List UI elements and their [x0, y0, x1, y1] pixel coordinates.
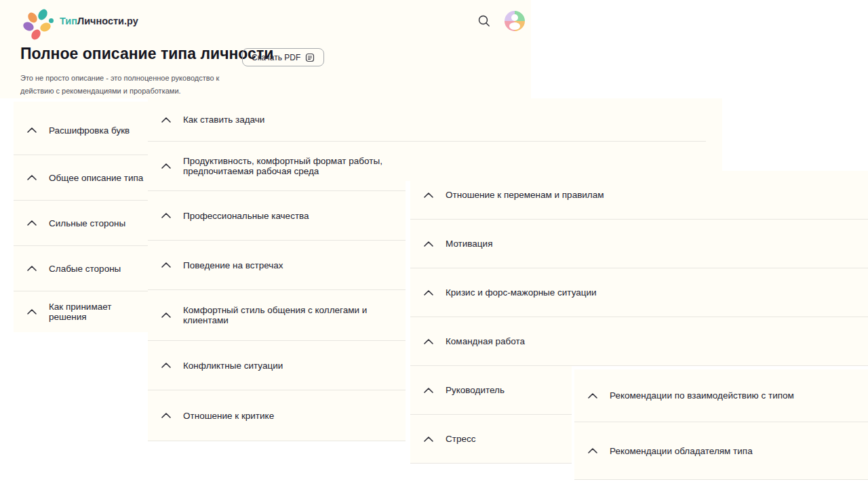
chevron-up-icon [424, 339, 433, 344]
accordion-item[interactable]: Общее описание типа [14, 155, 148, 201]
chevron-up-icon [161, 413, 171, 418]
chevron-up-icon [161, 363, 171, 368]
accordion-item-label: Рекомендации по взаимодействию с типом [610, 390, 794, 401]
accordion-item-label: Как ставить задачи [183, 115, 264, 125]
accordion-item[interactable]: Рекомендации обладателям типа [574, 422, 868, 480]
logo-text: ТипЛичности.ру [60, 16, 138, 26]
search-button[interactable] [476, 13, 492, 29]
accordion-item[interactable]: Мотивация [410, 220, 868, 268]
chevron-up-icon [27, 309, 37, 314]
chevron-up-icon [424, 388, 433, 393]
logo-petal-dot-icon [49, 18, 54, 23]
accordion-item-label: Как принимает решения [49, 302, 148, 322]
accordion-column-4: Рекомендации по взаимодействию с типомРе… [574, 369, 868, 480]
avatar-head-shape [511, 14, 518, 21]
accordion-item-label: Продуктивность, комфортный формат работы… [183, 156, 406, 176]
avatar-body-shape [509, 22, 520, 30]
accordion-item-label: Сильные стороны [49, 218, 125, 228]
chevron-up-icon [424, 436, 433, 442]
accordion-item[interactable]: Отношение к переменам и правилам [410, 171, 868, 220]
accordion-item-label: Стресс [446, 434, 475, 444]
chevron-up-icon [588, 448, 597, 453]
accordion-item[interactable]: Расшифровка букв [14, 106, 148, 155]
accordion-item[interactable]: Слабые стороны [14, 246, 148, 291]
accordion-item-label: Расшифровка букв [49, 125, 130, 136]
accordion-item-label: Отношение к критике [183, 411, 274, 421]
accordion-item-label: Комфортный стиль общения с коллегами и к… [183, 305, 406, 325]
page-title: Полное описание типа личности [20, 45, 273, 63]
accordion-column-3-top: Отношение к переменам и правиламМотиваци… [410, 171, 868, 366]
accordion-item[interactable]: Кризис и форс-мажорные ситуации [410, 268, 868, 317]
site-logo[interactable]: ТипЛичности.ру [20, 5, 197, 39]
accordion-item[interactable]: Как ставить задачи [148, 98, 406, 142]
accordion-item-label: Конфликтные ситуации [183, 361, 283, 371]
accordion-item-label: Командная работа [446, 336, 525, 346]
chevron-up-icon [161, 163, 171, 169]
accordion-item-label: Поведение на встречах [183, 260, 283, 270]
accordion-item-label: Профессиональные качества [183, 211, 309, 221]
accordion-column-3-bottom: РуководительСтресс [410, 366, 572, 464]
accordion-column-1: Расшифровка буквОбщее описание типаСильн… [14, 102, 148, 332]
chevron-up-icon [161, 312, 171, 318]
accordion-item[interactable]: Продуктивность, комфортный формат работы… [148, 142, 406, 191]
chevron-up-icon [27, 127, 37, 133]
chevron-up-icon [161, 117, 171, 123]
accordion-item[interactable]: Отношение к критике [148, 390, 406, 441]
accordion-item[interactable]: Как принимает решения [14, 291, 148, 332]
chevron-up-icon [424, 290, 433, 296]
accordion-item-label: Рекомендации обладателям типа [610, 446, 753, 456]
chevron-up-icon [161, 213, 171, 218]
document-icon [305, 53, 315, 62]
accordion-item[interactable]: Рекомендации по взаимодействию с типом [574, 369, 868, 422]
chevron-up-icon [27, 175, 37, 180]
accordion-column-2: Как ставить задачиПродуктивность, комфор… [148, 98, 406, 441]
chevron-up-icon [424, 241, 433, 247]
accordion-item-label: Мотивация [446, 239, 492, 249]
accordion-item-label: Руководитель [446, 385, 505, 395]
accordion-item[interactable]: Стресс [410, 415, 572, 464]
page-subtitle: Это не просто описание - это полноценное… [20, 72, 245, 97]
accordion-item[interactable]: Сильные стороны [14, 201, 148, 246]
accordion-item[interactable]: Комфортный стиль общения с коллегами и к… [148, 290, 406, 341]
download-pdf-label: Скачать PDF [252, 53, 300, 62]
accordion-item[interactable]: Руководитель [410, 366, 572, 415]
chevron-up-icon [27, 266, 37, 271]
accordion-item[interactable]: Поведение на встречах [148, 241, 406, 290]
chevron-up-icon [424, 192, 433, 198]
accordion-item-label: Кризис и форс-мажорные ситуации [446, 287, 597, 298]
download-pdf-button[interactable]: Скачать PDF [242, 48, 324, 66]
chevron-up-icon [588, 393, 597, 399]
accordion-item-label: Общее описание типа [49, 173, 143, 183]
accordion-item[interactable]: Командная работа [410, 317, 868, 366]
chevron-up-icon [27, 220, 37, 226]
chevron-up-icon [161, 262, 171, 268]
search-icon [477, 14, 491, 28]
accordion-item-label: Слабые стороны [49, 264, 121, 274]
accordion-item-label: Отношение к переменам и правилам [446, 190, 604, 200]
logo-petal-teal-icon [37, 7, 50, 22]
user-avatar[interactable] [505, 11, 525, 31]
accordion-item[interactable]: Конфликтные ситуации [148, 341, 406, 390]
accordion-panel-extension [406, 98, 722, 181]
accordion-item[interactable]: Профессиональные качества [148, 191, 406, 241]
